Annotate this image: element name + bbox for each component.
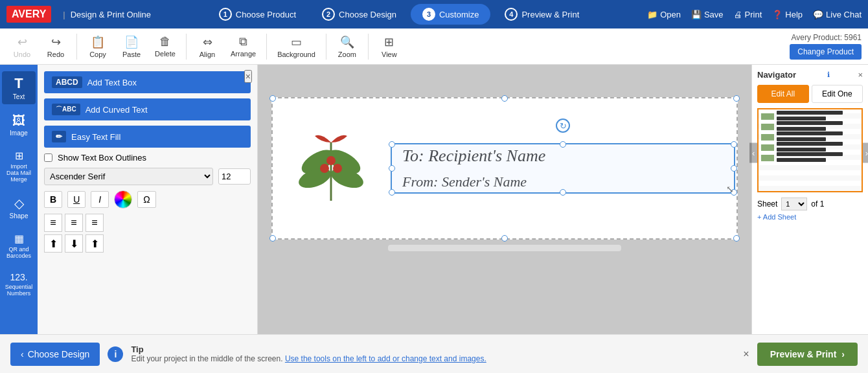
tool-text[interactable]: T Text	[2, 71, 36, 104]
italic-button[interactable]: I	[91, 191, 109, 208]
toolbar: ↩ Undo ↪ Redo 📋 Copy 📄 Paste 🗑 Delete ⇔ …	[0, 28, 868, 65]
step-num-3: 3	[422, 8, 435, 21]
svg-point-6	[320, 164, 329, 173]
choose-design-button[interactable]: ‹ Choose Design	[10, 343, 100, 366]
qr-icon: ▦	[14, 232, 24, 245]
delete-button[interactable]: 🗑 Delete	[150, 32, 181, 60]
outer-handle-tr[interactable]	[733, 95, 740, 102]
bottom-bar: ‹ Choose Design i Tip Edit your project …	[0, 334, 868, 373]
step-label-4: Preview & Print	[521, 10, 579, 19]
handle-bl[interactable]	[389, 189, 395, 196]
nav-step-4[interactable]: 4 Preview & Print	[493, 4, 591, 25]
align-row-2: ⬆ ⬇ ⬆	[44, 234, 251, 253]
redo-button[interactable]: ↪ Redo	[40, 32, 71, 61]
add-curved-text-button[interactable]: ⌒ABC Add Curved Text	[44, 98, 251, 120]
zoom-icon: 🔍	[340, 35, 354, 49]
align-center-button[interactable]: ≡	[65, 214, 83, 232]
tool-import[interactable]: ⊞ Import Data Mail Merge	[2, 146, 36, 186]
align-left-button[interactable]: ≡	[44, 214, 62, 232]
tip-highlight: Use the tools on the left to add or chan…	[285, 354, 486, 363]
expand-icon[interactable]: ⤡	[726, 184, 734, 194]
nav-prev-arrow[interactable]: ‹	[749, 143, 757, 163]
text-icon: T	[14, 75, 23, 92]
navigator-close-button[interactable]: ×	[858, 70, 863, 80]
toolbar-separator-5	[368, 34, 369, 60]
easy-text-fill-button[interactable]: ✏ Easy Text Fill	[44, 126, 251, 148]
tool-qr-label: QR and Barcodes	[5, 246, 33, 259]
panel-close-button[interactable]: ×	[244, 70, 252, 83]
navigator-preview-inner	[759, 109, 862, 191]
align-bottom-button[interactable]: ⬆	[86, 234, 104, 253]
align-top-button[interactable]: ⬆	[44, 234, 62, 253]
nav-step-1[interactable]: 1 Choose Product	[207, 4, 308, 25]
tip-close-button[interactable]: ×	[743, 348, 749, 360]
handle-tr[interactable]	[731, 141, 737, 148]
tool-image-label: Image	[10, 130, 28, 137]
tip-title: Tip	[131, 345, 735, 354]
nav-next-arrow[interactable]: ›	[863, 143, 868, 163]
nav-line-4	[777, 127, 826, 131]
color-picker[interactable]	[114, 190, 132, 209]
outer-handle-bm[interactable]	[501, 235, 508, 242]
view-button[interactable]: ⊞ View	[374, 32, 405, 61]
arrange-button[interactable]: ⧉ Arrange	[225, 32, 261, 60]
underline-button[interactable]: U	[67, 191, 86, 208]
preview-print-button[interactable]: Preview & Print ›	[757, 343, 858, 366]
recipient-text: To: Recipient's Name	[402, 146, 724, 166]
navigator-info-icon: ℹ	[827, 71, 830, 79]
handle-ml[interactable]	[389, 165, 395, 172]
font-select[interactable]: Ascender Serif	[44, 168, 213, 185]
tip-text: Edit your project in the middle of the s…	[131, 354, 735, 363]
undo-button[interactable]: ↩ Undo	[6, 32, 38, 61]
rotate-handle[interactable]: ↻	[556, 119, 570, 133]
tool-text-label: Text	[13, 93, 25, 100]
label-canvas[interactable]: ↻ To: Recipient's Name From: Sender's Na…	[271, 97, 738, 240]
bold-button[interactable]: B	[44, 191, 62, 208]
add-sheet-button[interactable]: + Add Sheet	[757, 213, 863, 221]
font-size-input[interactable]	[218, 168, 251, 185]
outer-handle-tm[interactable]	[501, 95, 508, 102]
tool-shape[interactable]: ◇ Shape	[2, 192, 36, 223]
navigator-title: Navigator	[757, 70, 796, 80]
sheet-label: Sheet	[757, 199, 777, 209]
product-number: Avery Product: 5961	[790, 33, 862, 42]
tool-qr[interactable]: ▦ QR and Barcodes	[2, 229, 36, 263]
open-button[interactable]: 📁Open	[647, 10, 681, 19]
arrange-icon: ⧉	[239, 35, 247, 49]
of-label: of 1	[811, 199, 824, 209]
help-button[interactable]: ❓Help	[772, 10, 803, 19]
align-middle-button[interactable]: ⬇	[65, 234, 83, 253]
change-product-button[interactable]: Change Product	[790, 44, 862, 60]
paste-button[interactable]: 📄 Paste	[116, 32, 147, 61]
tool-sequential[interactable]: 123. Sequential Numbers	[2, 268, 36, 300]
copy-button[interactable]: 📋 Copy	[82, 32, 113, 61]
handle-tl[interactable]	[389, 141, 395, 148]
show-outlines-checkbox[interactable]	[44, 153, 52, 162]
label-image	[273, 98, 389, 238]
nav-step-3[interactable]: 3 Customize	[411, 4, 490, 25]
special-char-button[interactable]: Ω	[137, 191, 155, 208]
nav-preview-row-3	[761, 133, 859, 142]
sheet-controls: Sheet 1 of 1	[757, 198, 863, 210]
tool-image[interactable]: 🖼 Image	[2, 109, 36, 141]
nav-line-7	[777, 142, 843, 146]
nav-step-2[interactable]: 2 Choose Design	[310, 4, 408, 25]
toolbar-separator-3	[266, 34, 267, 60]
brand-divider: |	[63, 10, 65, 19]
align-right-button[interactable]: ≡	[86, 214, 104, 232]
align-button[interactable]: ⇔ Align	[192, 32, 223, 61]
label-text-area[interactable]: ↻ To: Recipient's Name From: Sender's Na…	[389, 140, 737, 197]
zoom-button[interactable]: 🔍 Zoom	[332, 32, 363, 61]
background-button[interactable]: ▭ Background	[272, 32, 321, 61]
save-button[interactable]: 💾Save	[691, 10, 724, 19]
live-chat-button[interactable]: 💬Live Chat	[813, 10, 862, 19]
canvas-scrollbar[interactable]	[388, 245, 621, 251]
outer-handle-br[interactable]	[733, 235, 740, 242]
handle-mr[interactable]	[731, 165, 737, 172]
print-nav-button[interactable]: 🖨Print	[734, 10, 762, 19]
sheet-select[interactable]: 1	[781, 198, 807, 210]
add-text-box-button[interactable]: ABCD Add Text Box	[44, 71, 251, 93]
edit-one-button[interactable]: Edit One	[812, 85, 863, 103]
align-icon: ⇔	[203, 35, 212, 49]
edit-all-button[interactable]: Edit All	[757, 85, 809, 103]
